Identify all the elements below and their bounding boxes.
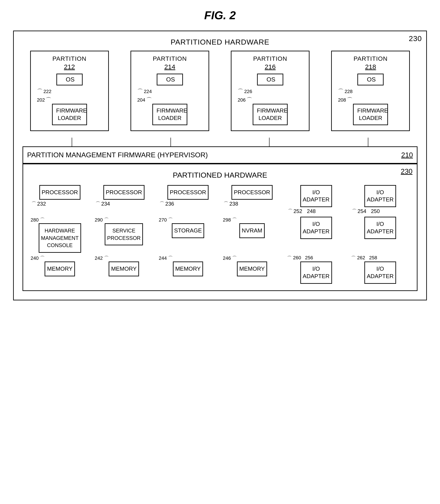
- processor-232-label: PROCESSOR: [42, 189, 78, 196]
- top-section-label: PARTITIONED HARDWARE 230: [23, 38, 417, 46]
- partition-218-os: OS: [357, 74, 384, 85]
- mem-244-ref: 244 ⌒: [158, 255, 173, 262]
- io-r3-c5-num2: 260: [293, 255, 301, 262]
- connector-4: [368, 138, 368, 146]
- processor-234-ref: ⌒ 234: [94, 200, 110, 207]
- io-r2-c5-box: I/OADAPTER: [300, 217, 332, 239]
- io-248-box: I/OADAPTER: [300, 185, 332, 207]
- partition-214-fw-ref: 204 ⌒: [136, 96, 152, 104]
- partition-212-fw-num: 202: [37, 97, 45, 103]
- io-250-box: I/OADAPTER: [364, 185, 396, 207]
- connector-1: [72, 138, 72, 146]
- partition-212-os-ref: 222: [43, 89, 52, 94]
- partition-218-curve: ⌒: [338, 88, 344, 95]
- curve-hw-mgmt: ⌒: [40, 217, 45, 223]
- partition-214-label: PARTITION: [153, 55, 187, 62]
- cell-mem-244: 244 ⌒ MEMORY: [158, 255, 218, 284]
- cell-nvram: 298 ⌒ NVRAM: [222, 217, 282, 253]
- storage-box: STORAGE: [172, 223, 204, 238]
- partition-214-os: OS: [157, 74, 183, 85]
- partition-218-label: PARTITION: [353, 55, 387, 62]
- outer-container: PARTITIONED HARDWARE 230 PARTITION 212 O…: [13, 31, 427, 300]
- mem-240-box: MEMORY: [45, 262, 75, 276]
- connector-2: [170, 138, 171, 146]
- io-r3-c5-box: I/OADAPTER: [300, 262, 332, 284]
- connector-3: [269, 138, 270, 146]
- io-250-num: 254: [358, 208, 366, 214]
- io-248-ref: ⌒ 252 248: [286, 208, 316, 214]
- top-section-ref: 230: [409, 34, 422, 43]
- partition-216-number: 216: [265, 63, 276, 71]
- cell-service-proc: 290 ⌒ SERVICEPROCESSOR: [94, 217, 154, 253]
- partition-212: PARTITION 212 OS ⌒ 222 202 ⌒ FIRMWARELOA…: [30, 51, 109, 131]
- partition-212-firmware: FIRMWARELOADER: [52, 104, 87, 125]
- io-r2-c6-box: I/OADAPTER: [364, 217, 396, 239]
- partition-214-number: 214: [164, 63, 175, 71]
- curve-232: ⌒: [31, 200, 36, 207]
- io-248-num2: 248: [307, 208, 316, 214]
- partition-214-os-ref: 224: [144, 89, 152, 94]
- hypervisor-label: PARTITION MANAGEMENT FIRMWARE (HYPERVISO…: [27, 151, 208, 159]
- curve-storage: ⌒: [168, 217, 173, 223]
- cell-hw-mgmt: 280 ⌒ HARDWAREMANAGEMENTCONSOLE: [30, 217, 90, 253]
- service-proc-ref-above: 290 ⌒: [94, 217, 109, 223]
- partition-218-number: 218: [365, 63, 376, 71]
- cell-io-r3-c5: ⌒ 260 256 I/OADAPTER: [286, 255, 346, 284]
- curve-236: ⌒: [160, 200, 164, 207]
- io-r3-c5-ref: ⌒ 260 256: [286, 255, 313, 262]
- partition-216-fw-ref: 206 ⌒: [237, 96, 252, 104]
- curve-m244: ⌒: [168, 255, 173, 261]
- mem-242-ref: 242 ⌒: [94, 255, 109, 262]
- hypervisor-ref: 210: [401, 151, 413, 159]
- processor-238-box: PROCESSOR: [232, 185, 273, 200]
- io-r3-c6-box: I/OADAPTER: [364, 262, 396, 284]
- nvram-ref-above: 298 ⌒: [222, 217, 237, 223]
- curve-250: ⌒: [352, 208, 357, 214]
- partition-214: PARTITION 214 OS ⌒ 224 204 ⌒ FIRMWARELOA…: [130, 51, 209, 131]
- cell-processor-238: PROCESSOR ⌒ 238: [222, 185, 282, 215]
- curve-m242: ⌒: [104, 255, 109, 261]
- cell-processor-236: PROCESSOR ⌒ 236: [158, 185, 218, 215]
- cell-io-250: I/OADAPTER ⌒ 254 250: [350, 185, 410, 215]
- curve-io-r3-c6: ⌒: [351, 255, 356, 262]
- curve-io-r3-c5: ⌒: [287, 255, 292, 262]
- processor-234-box: PROCESSOR: [103, 185, 144, 200]
- hw-mgmt-ref-above: 280 ⌒: [30, 217, 45, 223]
- cell-processor-234: PROCESSOR ⌒ 234: [94, 185, 154, 215]
- curve-svc: ⌒: [104, 217, 109, 223]
- partition-212-fw-ref: 202 ⌒: [36, 96, 52, 104]
- cell-io-r2-c6: I/OADAPTER: [350, 217, 410, 253]
- cell-storage: 270 ⌒ STORAGE: [158, 217, 218, 253]
- cell-io-248: I/OADAPTER ⌒ 252 248: [286, 185, 346, 215]
- processor-236-ref: ⌒ 236: [158, 200, 174, 207]
- partition-218-fw-num: 208: [338, 97, 346, 103]
- curve-248: ⌒: [288, 208, 293, 214]
- processor-234-label: PROCESSOR: [106, 189, 142, 196]
- mem-242-box: MEMORY: [109, 262, 139, 276]
- partition-216-curve: ⌒: [238, 88, 243, 95]
- fig-title: FIG. 2: [204, 9, 236, 22]
- partition-214-curve2: ⌒: [146, 96, 152, 104]
- mem-244-box: MEMORY: [173, 262, 203, 276]
- io-250-ref: ⌒ 254 250: [350, 208, 380, 214]
- processor-232-box: PROCESSOR: [39, 185, 81, 200]
- hw-mgmt-box: HARDWAREMANAGEMENTCONSOLE: [39, 223, 81, 253]
- io-r3-c6-ref: ⌒ 262 258: [350, 255, 377, 262]
- curve-m246: ⌒: [232, 255, 237, 261]
- processor-238-label: PROCESSOR: [234, 189, 270, 196]
- service-proc-box: SERVICEPROCESSOR: [105, 223, 143, 245]
- cell-io-r2-c5: I/OADAPTER: [286, 217, 346, 253]
- lower-section-label: PARTITIONED HARDWARE 230: [30, 171, 410, 179]
- partition-218: PARTITION 218 OS ⌒ 228 208 ⌒ FIRMWARELOA…: [331, 51, 410, 131]
- mem-246-box: MEMORY: [237, 262, 267, 276]
- partition-216-label: PARTITION: [253, 55, 287, 62]
- partition-218-firmware: FIRMWARELOADER: [353, 104, 388, 125]
- curve-m240: ⌒: [40, 255, 45, 261]
- lower-section-ref: 230: [401, 167, 412, 175]
- storage-ref-above: 270 ⌒: [158, 217, 173, 223]
- hypervisor-bar: PARTITION MANAGEMENT FIRMWARE (HYPERVISO…: [23, 146, 417, 164]
- partition-212-os: OS: [56, 74, 83, 85]
- hw-row-1: PROCESSOR ⌒ 232 PROCESSOR ⌒ 234 PROCESSO…: [30, 185, 410, 215]
- partition-216-os: OS: [257, 74, 283, 85]
- lower-outer: PARTITIONED HARDWARE 230 PROCESSOR ⌒ 232…: [23, 164, 417, 291]
